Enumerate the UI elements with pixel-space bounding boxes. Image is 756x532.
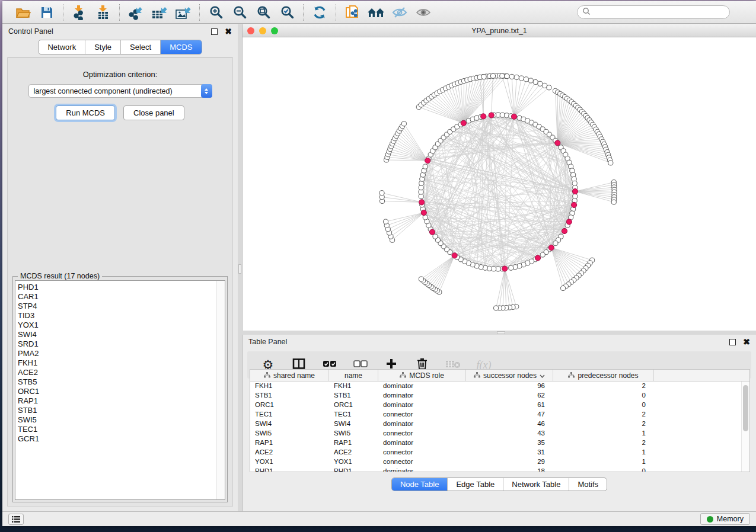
zoom-out-button[interactable] [228,3,251,22]
cell-successor-nodes[interactable]: 29 [466,457,553,467]
memory-button[interactable]: Memory [700,513,750,525]
cell-name[interactable]: STB1 [329,391,378,400]
float-panel-button[interactable] [211,28,218,35]
table-row[interactable]: ORC1ORC1dominator610 [250,400,741,410]
cell-name[interactable]: ORC1 [329,400,378,410]
cell-shared-name[interactable]: RAP1 [250,438,329,448]
horizontal-splitter[interactable] [242,331,756,335]
save-session-button[interactable] [36,3,58,22]
cell-predecessor-nodes[interactable]: 1 [553,448,654,457]
mcds-result-item[interactable]: YOX1 [18,321,216,330]
table-scrollbar-thumb[interactable] [743,385,748,431]
mcds-result-item[interactable]: STB5 [18,377,216,387]
zoom-fit-button[interactable] [252,3,275,22]
cell-MCDS-role[interactable]: dominator [378,400,466,410]
cell-shared-name[interactable]: STB1 [250,391,329,400]
duplicate-network-button[interactable] [341,3,363,22]
export-table-button[interactable] [148,3,171,22]
open-session-button[interactable] [12,3,34,22]
zoom-in-button[interactable] [205,3,227,22]
table-row[interactable]: YOX1YOX1connector291 [250,457,741,467]
tab-mcds[interactable]: MCDS [161,40,201,54]
tab-motifs[interactable]: Motifs [569,478,607,491]
cell-name[interactable]: ACE2 [329,448,378,457]
cell-predecessor-nodes[interactable]: 0 [553,400,654,410]
cell-MCDS-role[interactable]: dominator [378,391,466,400]
cell-name[interactable]: RAP1 [329,438,378,448]
cell-MCDS-role[interactable]: connector [378,457,466,467]
cell-MCDS-role[interactable]: connector [378,410,466,419]
tab-network-table[interactable]: Network Table [503,478,569,491]
cell-MCDS-role[interactable]: connector [378,448,466,457]
horizontal-splitter-grip[interactable] [497,331,505,334]
cell-predecessor-nodes[interactable]: 2 [553,419,654,429]
mcds-result-item[interactable]: PMA2 [18,349,216,358]
cell-successor-nodes[interactable]: 61 [466,400,553,410]
mcds-result-item[interactable]: ORC1 [18,387,216,396]
close-table-panel-icon[interactable]: ✖ [743,339,750,345]
cell-successor-nodes[interactable]: 43 [466,429,553,438]
import-table-button[interactable] [92,3,114,22]
close-panel-icon[interactable]: ✖ [225,28,232,35]
mcds-result-item[interactable]: STP4 [18,302,216,311]
network-titlebar[interactable]: YPA_prune.txt_1 [243,24,756,37]
network-canvas[interactable] [243,38,756,331]
cell-predecessor-nodes[interactable]: 2 [553,410,654,419]
cell-shared-name[interactable]: YOX1 [250,457,329,467]
table-row[interactable]: PHD1PHD1dominator180 [250,467,741,472]
column-header-MCDS-role[interactable]: MCDS role [378,370,466,381]
column-header-shared-name[interactable]: shared name [250,370,329,381]
cell-shared-name[interactable]: ORC1 [250,400,329,410]
export-image-button[interactable] [172,3,194,22]
refresh-button[interactable] [308,3,331,22]
mcds-result-list[interactable]: PHD1CAR1STP4TID3YOX1SWI4SRD1PMA2FKH1ACE2… [15,280,225,500]
cell-successor-nodes[interactable]: 35 [466,438,553,448]
table-row[interactable]: SWI4SWI4dominator462 [250,419,741,429]
cell-successor-nodes[interactable]: 62 [466,391,553,400]
search-box[interactable] [577,5,730,19]
cell-successor-nodes[interactable]: 46 [466,419,553,429]
import-network-button[interactable] [68,3,91,22]
cell-MCDS-role[interactable]: dominator [378,419,466,429]
mcds-list-scrollbar[interactable] [216,281,225,499]
mcds-result-item[interactable]: CAR1 [18,292,216,302]
network-graph[interactable] [243,38,756,331]
cell-name[interactable]: FKH1 [329,382,378,391]
cell-MCDS-role[interactable]: connector [378,429,466,438]
cell-successor-nodes[interactable]: 31 [466,448,553,457]
cell-predecessor-nodes[interactable]: 1 [553,457,654,467]
tab-edge-table[interactable]: Edge Table [448,478,503,491]
run-mcds-button[interactable]: Run MCDS [56,105,115,120]
table-row[interactable]: SWI5SWI5connector431 [250,429,741,438]
show-all-button[interactable] [412,3,435,22]
mcds-result-item[interactable]: STB1 [18,406,216,415]
cell-shared-name[interactable]: ACE2 [250,448,329,457]
task-history-button[interactable] [8,514,24,525]
mcds-result-item[interactable]: ACE2 [18,368,216,377]
cell-name[interactable]: TEC1 [329,410,378,419]
mcds-result-item[interactable]: FKH1 [18,358,216,368]
optimization-criterion-select[interactable]: largest connected component (undirected) [28,84,212,98]
cell-shared-name[interactable]: FKH1 [250,382,329,391]
cell-name[interactable]: YOX1 [329,457,378,467]
mcds-result-item[interactable]: RAP1 [18,396,216,406]
mcds-result-item[interactable]: TEC1 [18,425,216,434]
tab-node-table[interactable]: Node Table [392,478,448,491]
table-row[interactable]: RAP1RAP1dominator352 [250,438,741,448]
cell-shared-name[interactable]: PHD1 [250,467,329,472]
zoom-selected-button[interactable] [276,3,298,22]
cell-predecessor-nodes[interactable]: 1 [553,429,654,438]
mcds-result-item[interactable]: SRD1 [18,339,216,349]
table-row[interactable]: ACE2ACE2connector311 [250,448,741,457]
tab-network[interactable]: Network [39,40,85,54]
cell-predecessor-nodes[interactable]: 0 [553,467,654,472]
table-row[interactable]: FKH1FKH1dominator962 [250,382,741,391]
cell-successor-nodes[interactable]: 47 [466,410,553,419]
cell-MCDS-role[interactable]: dominator [378,382,466,391]
cell-MCDS-role[interactable]: dominator [378,438,466,448]
cell-shared-name[interactable]: SWI5 [250,429,329,438]
mcds-result-item[interactable]: PHD1 [18,283,216,292]
cell-predecessor-nodes[interactable]: 2 [553,382,654,391]
cell-MCDS-role[interactable]: dominator [378,467,466,472]
export-network-button[interactable] [125,3,147,22]
